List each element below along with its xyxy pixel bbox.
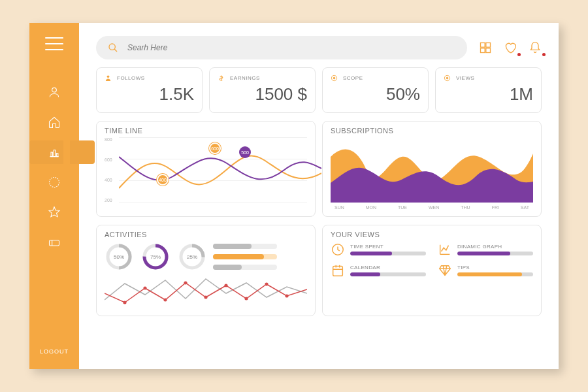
svg-rect-5 xyxy=(50,240,59,246)
sidebar-item-circle[interactable] xyxy=(45,171,63,194)
pin: 400 xyxy=(157,174,169,186)
stat-value: 1M xyxy=(444,84,533,105)
eye-icon xyxy=(444,74,451,82)
card-title: YOUR VIEWS xyxy=(331,231,533,238)
stat-value: 1.5K xyxy=(105,84,194,105)
timeline-chart: 800 600 400 200 400 600 500 xyxy=(105,137,307,203)
activities-card: ACTIVITIES 50% 75% xyxy=(96,225,316,316)
sidebar-item-home[interactable] xyxy=(45,110,63,134)
stat-follows: FOLLOWS 1.5K xyxy=(96,67,203,113)
notification-dot xyxy=(542,53,546,56)
favorites-button[interactable] xyxy=(504,41,517,54)
ytick: 600 xyxy=(105,157,112,162)
view-tips: TIPS xyxy=(438,263,533,278)
sidebar-item-tickets[interactable] xyxy=(45,231,63,254)
graph-icon xyxy=(438,242,452,257)
view-time-spent: TIME SPENT xyxy=(331,242,426,257)
circle-dashed-icon xyxy=(48,176,61,189)
search-input[interactable] xyxy=(127,43,455,52)
search-box[interactable] xyxy=(96,36,467,59)
logout-button[interactable]: LOGOUT xyxy=(40,348,69,355)
donut-group: 50% 75% 25% xyxy=(105,242,206,271)
stat-label: EARNINGS xyxy=(230,75,260,81)
menu-icon[interactable] xyxy=(45,37,63,50)
notifications-button[interactable] xyxy=(529,41,542,54)
ytick: 400 xyxy=(105,178,112,182)
subscriptions-chart xyxy=(331,137,533,203)
pin: 500 xyxy=(239,146,251,158)
grid-icon xyxy=(479,41,492,54)
main-content: FOLLOWS 1.5K EARNINGS 1500 $ SCOPE 50% xyxy=(79,23,559,369)
topbar xyxy=(96,36,542,59)
svg-point-29 xyxy=(265,283,268,286)
svg-point-11 xyxy=(107,75,110,78)
dollar-icon xyxy=(218,74,225,82)
view-calendar: CALENDAR xyxy=(331,263,426,278)
card-title: SUBSCRIPTIONS xyxy=(331,127,533,135)
star-icon xyxy=(48,206,61,219)
diamond-icon xyxy=(438,263,452,278)
x-axis: SUNMONTUEWENTHUFRISAT xyxy=(331,203,533,210)
bell-icon xyxy=(529,41,542,54)
svg-rect-2 xyxy=(54,150,56,157)
svg-point-22 xyxy=(123,301,126,304)
svg-point-28 xyxy=(244,297,248,301)
calendar-icon xyxy=(331,263,345,278)
heart-icon xyxy=(504,41,517,54)
subscriptions-card: SUBSCRIPTIONS SUNMONTUEWENTHUFRISAT xyxy=(322,121,542,217)
ytick: 200 xyxy=(105,198,112,203)
svg-rect-1 xyxy=(51,152,53,157)
stat-value: 1500 $ xyxy=(218,84,307,105)
svg-rect-8 xyxy=(486,43,491,48)
svg-point-30 xyxy=(285,295,288,298)
your-views-card: YOUR VIEWS TIME SPENT DINAMIC GRAPH CALE… xyxy=(322,225,542,316)
card-title: ACTIVITIES xyxy=(105,231,147,238)
person-icon xyxy=(48,86,61,99)
svg-point-23 xyxy=(143,287,146,290)
svg-rect-10 xyxy=(486,48,491,53)
pin: 600 xyxy=(209,142,221,154)
svg-point-15 xyxy=(446,77,448,79)
donut-50: 50% xyxy=(105,242,133,271)
stat-cards: FOLLOWS 1.5K EARNINGS 1500 $ SCOPE 50% xyxy=(96,67,542,113)
stat-value: 50% xyxy=(331,84,420,105)
stat-views: VIEWS 1M xyxy=(435,67,542,113)
card-title: TIME LINE xyxy=(105,127,307,135)
svg-point-4 xyxy=(50,178,59,188)
home-icon xyxy=(48,116,61,129)
grid-button[interactable] xyxy=(479,41,492,54)
timeline-card: TIME LINE 800 600 400 200 400 600 xyxy=(96,121,316,217)
svg-point-25 xyxy=(184,282,187,285)
ticket-icon xyxy=(48,236,61,249)
person-icon xyxy=(105,74,112,82)
activities-trend-chart xyxy=(105,274,307,309)
notification-dot xyxy=(517,53,521,56)
svg-rect-9 xyxy=(481,48,485,53)
sidebar-item-analytics[interactable] xyxy=(45,140,63,164)
svg-rect-3 xyxy=(56,154,58,157)
stat-earnings: EARNINGS 1500 $ xyxy=(209,67,316,113)
activity-bars xyxy=(213,244,307,270)
svg-point-24 xyxy=(163,299,167,302)
svg-rect-32 xyxy=(333,267,343,276)
view-dynamic-graph: DINAMIC GRAPH xyxy=(438,242,533,257)
svg-point-6 xyxy=(109,44,115,50)
stat-scope: SCOPE 50% xyxy=(322,67,429,113)
ytick: 800 xyxy=(105,137,112,142)
stat-label: SCOPE xyxy=(343,75,363,81)
donut-75: 75% xyxy=(141,242,170,271)
sidebar: LOGOUT xyxy=(29,23,79,369)
stat-label: FOLLOWS xyxy=(117,75,145,81)
app-window: LOGOUT xyxy=(29,23,559,369)
svg-rect-7 xyxy=(481,43,485,48)
svg-point-26 xyxy=(204,296,207,299)
search-icon xyxy=(108,42,118,53)
donut-25: 25% xyxy=(178,242,206,271)
stat-label: VIEWS xyxy=(456,75,474,81)
clock-icon xyxy=(331,242,345,257)
sidebar-item-profile[interactable] xyxy=(45,80,63,104)
svg-point-27 xyxy=(224,284,227,287)
chart-icon xyxy=(48,146,61,159)
svg-point-13 xyxy=(333,77,335,79)
sidebar-item-favorites[interactable] xyxy=(45,201,63,224)
